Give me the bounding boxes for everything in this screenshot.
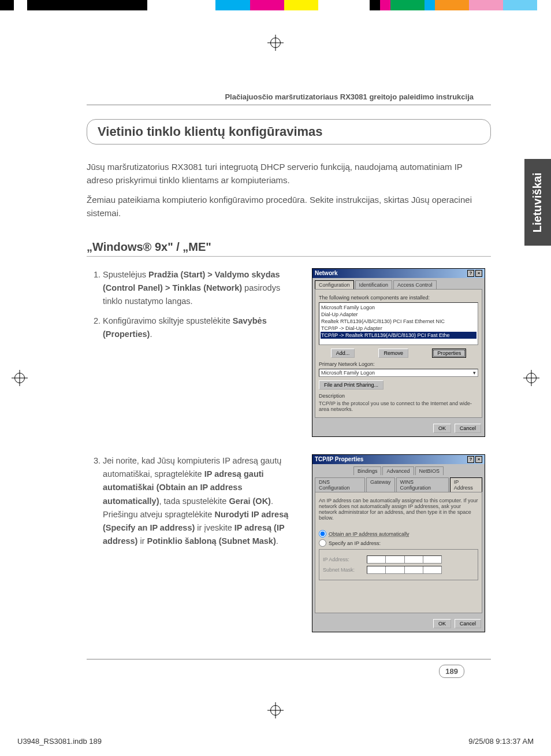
print-color-bar [0,0,551,10]
print-footer: U3948_RS3081.indb 189 9/25/08 9:13:37 AM [17,737,534,746]
radio-specify: Specify an IP address: [319,539,478,547]
registration-mark-icon [267,702,284,718]
dialog-titlebar: Network ? × [312,269,485,278]
properties-button: Properties [432,349,466,358]
radio-input [319,530,326,538]
tcpip-dialog-screenshot: TCP/IP Properties ? × Bindings Advanced … [312,454,485,632]
registration-mark-icon [12,370,28,386]
tab-dns: DNS Configuration [315,477,365,492]
list-item: Realtek RTL8139(A/B/C/8130) PCI Fast Eth… [321,318,476,325]
info-text: An IP address can be automatically assig… [319,498,478,521]
components-listbox: Microsoft Family Logon Dial-Up Adapter R… [319,302,478,345]
close-icon: × [475,270,482,277]
language-tab: Lietuviškai [524,159,551,246]
list-item: Microsoft Family Logon [321,304,476,311]
step-3: Jei norite, kad Jūsų kompiuteris IP adre… [103,454,300,548]
help-icon: ? [467,456,474,463]
step-2: Konfigūravimo skiltyje spustelėkite Savy… [103,314,300,341]
subnet-mask-label: Subnet Mask: [323,567,363,573]
ip-address-label: IP Address: [323,557,363,562]
list-item-selected: TCP/IP -> Realtek RTL8139(A/B/C/8130) PC… [321,332,476,339]
tab-bindings: Bindings [353,466,382,475]
tab-wins: WINS Configuration [396,477,449,492]
footer-left: U3948_RS3081.indb 189 [17,737,102,746]
document-header: Plačiajuosčio maršrutizatoriaus RX3081 g… [87,92,491,105]
cancel-button: Cancel [455,424,481,433]
file-print-sharing-button: File and Print Sharing... [319,380,384,390]
add-button: Add... [331,349,355,358]
tab-advanced: Advanced [382,466,414,475]
dialog-title: TCP/IP Properties [315,456,363,463]
registration-mark-icon [267,35,284,51]
dialog-title: Network [315,270,337,277]
remove-button: Remove [378,349,408,358]
instruction-row-2: Jei norite, kad Jūsų kompiuteris IP adre… [87,454,491,632]
chevron-down-icon: ▾ [473,370,476,376]
dialog-titlebar: TCP/IP Properties ? × [312,455,485,464]
intro-paragraph-1: Jūsų maršrutizatorius RX3081 turi integr… [87,161,491,187]
instruction-row-1: Spustelėjus Pradžia (Start) > Valdymo sk… [87,268,491,437]
radio-input [319,539,326,547]
tab-configuration: Configuration [315,280,354,289]
subnet-mask-field [367,566,442,574]
ip-fieldset: IP Address: Subnet Mask: [319,549,478,580]
step-1: Spustelėjus Pradžia (Start) > Valdymo sk… [103,268,300,309]
divider [87,105,491,105]
description-label: Description [319,393,478,399]
primary-logon-label: Primary Network Logon: [319,361,478,367]
footer-right: 9/25/08 9:13:37 AM [468,737,534,746]
os-subheader: „Windows® 9x" / „ME" [87,227,491,257]
close-icon: × [475,456,482,463]
components-label: The following network components are ins… [319,295,478,301]
page-number: 189 [439,665,464,678]
radio-obtain-auto: Obtain an IP address automatically [319,530,478,538]
section-title: Vietinio tinklo klientų konfigūravimas [87,119,491,144]
language-tab-label: Lietuviškai [531,172,545,232]
ok-button: OK [433,619,451,628]
network-dialog-screenshot: Network ? × Configuration Identification… [312,268,485,437]
list-item: Dial-Up Adapter [321,311,476,318]
description-text: TCP/IP is the protocol you use to connec… [319,401,478,412]
cancel-button: Cancel [455,619,481,628]
tab-gateway: Gateway [366,477,395,492]
tab-netbios: NetBIOS [415,466,444,475]
ip-address-field [367,555,442,564]
tab-ip-address: IP Address [450,477,482,492]
list-item: TCP/IP -> Dial-Up Adapter [321,325,476,332]
intro-paragraph-2: Žemiau pateikiama kompiuterio konfigūrav… [87,194,491,220]
divider [87,659,491,659]
help-icon: ? [467,270,474,277]
registration-mark-icon [523,370,539,386]
ok-button: OK [433,424,451,433]
primary-logon-dropdown: Microsoft Family Logon▾ [319,369,478,377]
page-content: Plačiajuosčio maršrutizatoriaus RX3081 g… [87,92,491,650]
tab-identification: Identification [355,280,393,289]
tab-access-control: Access Control [393,280,437,289]
